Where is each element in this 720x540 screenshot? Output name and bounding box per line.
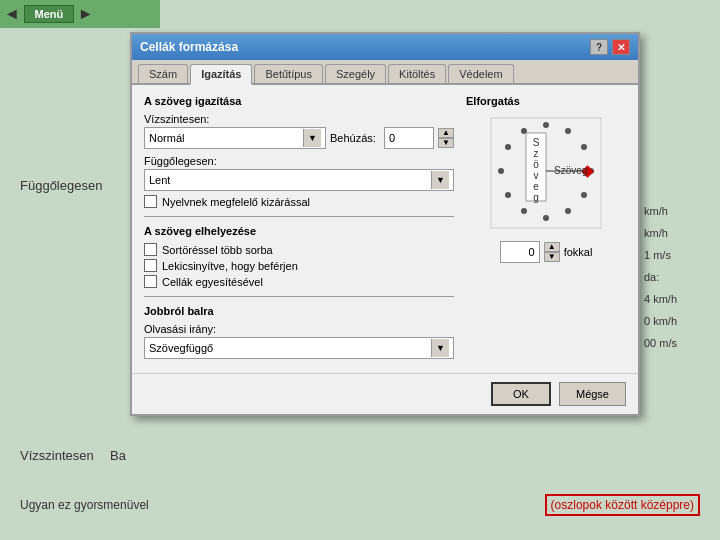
degree-row: ▲ ▼ fokkal: [466, 241, 626, 263]
right-item-5: da:: [640, 266, 720, 288]
degree-input[interactable]: [500, 241, 540, 263]
vizszintesen-select[interactable]: Normál ▼: [144, 127, 326, 149]
vizszintesen-value: Normál: [149, 132, 184, 144]
sortoressel-label: Sortöréssel több sorba: [162, 244, 273, 256]
svg-point-9: [505, 192, 511, 198]
cellak-egyesitese-checkbox[interactable]: [144, 275, 157, 288]
olvasasi-irany-row: Szövegfüggő ▼: [144, 337, 454, 359]
right-item-8: 00 m/s: [640, 332, 720, 354]
olvasasi-irany-select[interactable]: Szövegfüggő ▼: [144, 337, 454, 359]
svg-point-3: [581, 144, 587, 150]
tabs-bar: Szám Igazítás Betűtípus Szegély Kitöltés…: [132, 60, 638, 85]
ok-button[interactable]: OK: [491, 382, 551, 406]
svg-text:z: z: [534, 148, 539, 159]
dialog-controls: ? ✕: [590, 39, 630, 55]
dial-svg: S z ö v e g Szöveg: [486, 113, 606, 233]
toolbar: ◄ Menü ►: [0, 0, 160, 28]
left-section: A szöveg igazítása Vízszintesen: Normál …: [144, 95, 454, 363]
vizszintesen-row: Normál ▼ Behúzás: 0 ▲ ▼: [144, 127, 454, 149]
vizszintesen-arrow[interactable]: ▼: [303, 129, 321, 147]
svg-point-1: [543, 122, 549, 128]
right-item-1: km/h: [640, 200, 720, 222]
dialog-titlebar: Cellák formázása ? ✕: [132, 34, 638, 60]
tab-vedelem[interactable]: Védelem: [448, 64, 513, 83]
svg-point-5: [581, 192, 587, 198]
sortoressel-row: Sortöréssel több sorba: [144, 243, 454, 256]
degree-spinner: ▲ ▼: [544, 242, 560, 262]
olvasasi-irany-label: Olvasási irány:: [144, 323, 454, 335]
szoveg-elhelyezese-title: A szöveg elhelyezése: [144, 225, 454, 237]
vizszintesen-label: Vízszintesen:: [144, 113, 454, 125]
svg-text:ö: ö: [533, 159, 539, 170]
dialog-footer: OK Mégse: [132, 373, 638, 414]
lekicsinyitve-row: Lekicsinyítve, hogy beférjen: [144, 259, 454, 272]
sortoressel-checkbox[interactable]: [144, 243, 157, 256]
cellak-egyesitese-row: Cellák egyesítésével: [144, 275, 454, 288]
dialog-help-button[interactable]: ?: [590, 39, 608, 55]
svg-point-7: [543, 215, 549, 221]
fuggolegesen-row: Lent ▼: [144, 169, 454, 191]
svg-point-6: [565, 208, 571, 214]
left-arrow[interactable]: ◄: [4, 5, 20, 23]
nyelv-checkbox[interactable]: [144, 195, 157, 208]
degree-down[interactable]: ▼: [544, 252, 560, 262]
cellak-formazasa-dialog: Cellák formázása ? ✕ Szám Igazítás Betűt…: [130, 32, 640, 416]
tab-szam[interactable]: Szám: [138, 64, 188, 83]
behuzas-label: Behúzás:: [330, 132, 380, 144]
jobbrol-balra-section: Jobbról balra Olvasási irány: Szövegfügg…: [144, 305, 454, 359]
svg-point-8: [521, 208, 527, 214]
behuzas-input[interactable]: 0: [384, 127, 434, 149]
olvasasi-irany-arrow[interactable]: ▼: [431, 339, 449, 357]
degree-up[interactable]: ▲: [544, 242, 560, 252]
tab-betutipus[interactable]: Betűtípus: [254, 64, 322, 83]
dialog-content: A szöveg igazítása Vízszintesen: Normál …: [132, 85, 638, 373]
svg-text:S: S: [533, 137, 540, 148]
fuggolegesen-arrow[interactable]: ▼: [431, 171, 449, 189]
dialog-title: Cellák formázása: [140, 40, 238, 54]
jobbrol-balra-title: Jobbról balra: [144, 305, 454, 317]
svg-text:v: v: [534, 170, 539, 181]
right-item-6: 4 km/h: [640, 288, 720, 310]
bg-right-column: km/h km/h 1 m/s da: 4 km/h 0 km/h 00 m/s: [640, 200, 720, 354]
menu-button[interactable]: Menü: [24, 5, 74, 23]
fuggolegesen-label: Függőlegesen:: [144, 155, 454, 167]
nyelv-row: Nyelvnek megfelelő kizárással: [144, 195, 454, 208]
right-section: Elforgatás: [466, 95, 626, 363]
behuzas-spinner: ▲ ▼: [438, 128, 454, 148]
dialog-close-button[interactable]: ✕: [612, 39, 630, 55]
olvasasi-irany-value: Szövegfüggő: [149, 342, 213, 354]
placement-section: A szöveg elhelyezése Sortöréssel több so…: [144, 225, 454, 288]
bg-oszlopok-label: (oszlopok között középpre): [545, 494, 700, 516]
divider-2: [144, 296, 454, 297]
tab-igazitas[interactable]: Igazítás: [190, 64, 252, 85]
behuzas-down[interactable]: ▼: [438, 138, 454, 148]
svg-text:g: g: [533, 192, 539, 203]
szoveg-igazitasa-title: A szöveg igazítása: [144, 95, 454, 107]
fuggolegesen-value: Lent: [149, 174, 170, 186]
right-item-7: 0 km/h: [640, 310, 720, 332]
elforditas-title: Elforgatás: [466, 95, 626, 107]
bg-vizszintesen-label: Vízszintesen: [20, 448, 94, 463]
lekicsinyitve-checkbox[interactable]: [144, 259, 157, 272]
cellak-egyesitese-label: Cellák egyesítésével: [162, 276, 263, 288]
fokkal-label: fokkal: [564, 246, 593, 258]
svg-text:e: e: [533, 181, 539, 192]
fuggolegesen-select[interactable]: Lent ▼: [144, 169, 454, 191]
right-item-3: 1 m/s: [640, 244, 720, 266]
divider-1: [144, 216, 454, 217]
rotation-dial[interactable]: S z ö v e g Szöveg: [486, 113, 606, 233]
bg-ba-label: Ba: [110, 448, 126, 463]
right-arrow[interactable]: ►: [78, 5, 94, 23]
svg-point-10: [498, 168, 504, 174]
tab-kitoltes[interactable]: Kitöltés: [388, 64, 446, 83]
megse-button[interactable]: Mégse: [559, 382, 626, 406]
svg-point-11: [505, 144, 511, 150]
nyelv-label: Nyelvnek megfelelő kizárással: [162, 196, 310, 208]
right-item-2: km/h: [640, 222, 720, 244]
svg-point-2: [565, 128, 571, 134]
bg-gyorsment-label: Ugyan ez gyorsmenüvel: [20, 498, 149, 512]
lekicsinyitve-label: Lekicsinyítve, hogy beférjen: [162, 260, 298, 272]
tab-szegely[interactable]: Szegély: [325, 64, 386, 83]
bg-fuggolegesen-label: Függőlegesen: [20, 178, 102, 193]
behuzas-up[interactable]: ▲: [438, 128, 454, 138]
